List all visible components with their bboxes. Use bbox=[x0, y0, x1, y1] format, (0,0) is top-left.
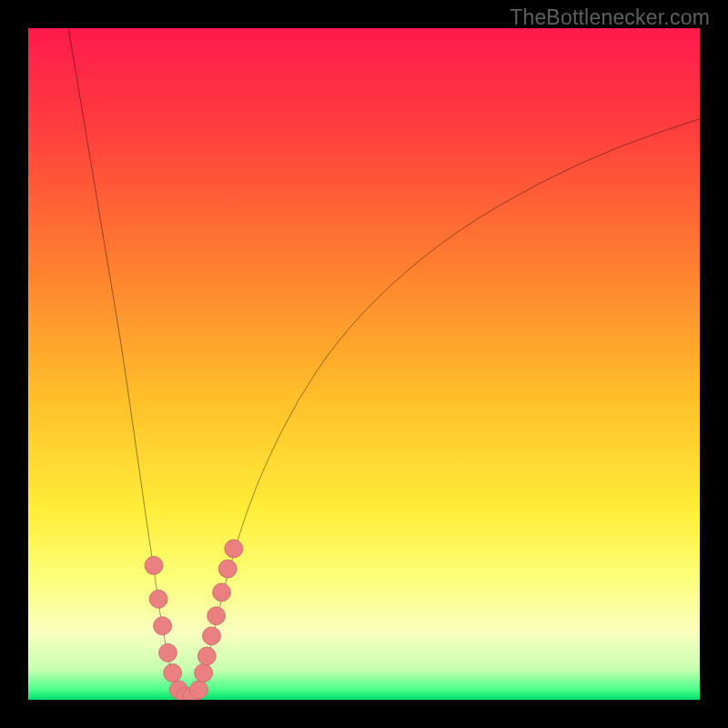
data-point bbox=[213, 583, 231, 602]
data-point bbox=[149, 590, 167, 608]
data-point bbox=[225, 540, 243, 558]
data-point bbox=[203, 627, 221, 645]
data-point bbox=[189, 681, 207, 699]
chart-frame: TheBottlenecker.com bbox=[0, 0, 728, 728]
data-point bbox=[218, 560, 237, 578]
curve-layer bbox=[28, 28, 700, 700]
data-point bbox=[207, 607, 226, 625]
plot-area bbox=[28, 28, 700, 700]
watermark-text: TheBottlenecker.com bbox=[510, 5, 710, 30]
data-point bbox=[195, 664, 213, 682]
data-point bbox=[164, 664, 182, 682]
data-point bbox=[197, 647, 216, 665]
data-point bbox=[145, 556, 163, 574]
data-point bbox=[154, 617, 172, 635]
data-point bbox=[159, 643, 177, 662]
